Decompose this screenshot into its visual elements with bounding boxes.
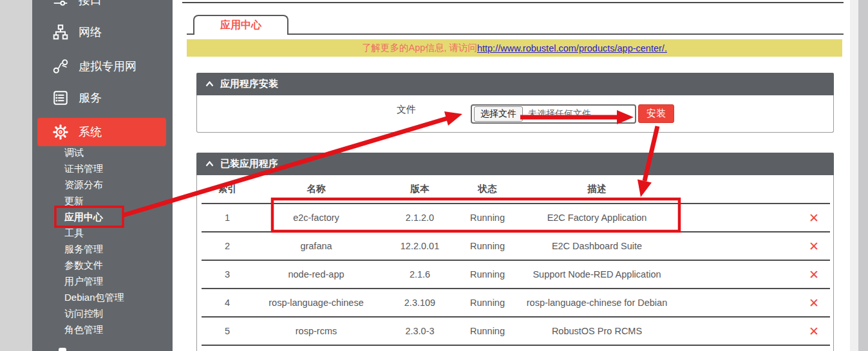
cell-index: 1 [202,204,253,232]
cell-spacer [679,204,798,232]
col-name: 名称 [253,175,379,204]
cell-status: Running [460,317,514,345]
cropped-menu-icon [59,348,66,351]
cell-description: RobustOS Pro RCMS [514,317,679,345]
table-header-row: 索引 名称 版本 状态 描述 [202,175,830,204]
delete-app-icon[interactable]: ✕ [798,317,830,345]
cell-index: 4 [202,289,253,317]
sidebar-subitem-role-mgmt[interactable]: 角色管理 [64,324,103,336]
sidebar-item-label: 系统 [79,124,102,140]
tab-label: 应用中心 [220,19,261,32]
table-row: 1 e2c-factory 2.1.2.0 Running E2C Factor… [202,204,830,232]
file-input[interactable]: 选择文件 未选择任何文件 [471,104,636,124]
sidebar: 接口 网络 虚拟专用网 服务 [32,0,173,351]
apps-panel-header[interactable]: 已装应用程序 [196,153,834,175]
cell-description: E2C Factory Application [514,204,679,232]
choose-file-button[interactable]: 选择文件 [474,106,523,122]
cell-description: Support Node-RED Application [514,260,679,289]
cell-description: rosp-language-chinese for Debian [514,289,679,317]
cell-name: e2c-factory [253,204,379,232]
sidebar-item-interface[interactable]: 接口 [32,0,173,14]
sidebar-item-label: 虚拟专用网 [79,59,137,74]
sidebar-subitem-debug[interactable]: 调试 [64,147,84,158]
table-row: 4 rosp-language-chinese 2.3.109 Running … [202,289,830,317]
file-field-label: 文件 [287,104,416,116]
table-row: 5 rosp-rcms 2.3.0-3 Running RobustOS Pro… [202,317,830,345]
sidebar-subitem-profile[interactable]: 参数文件 [64,260,103,271]
installed-apps-table: 索引 名称 版本 状态 描述 1 e2c-factory 2.1.2.0 Run… [202,175,830,346]
cell-spacer [679,289,798,317]
sidebar-subitem-resources[interactable]: 资源分布 [64,179,103,191]
cell-name: grafana [253,232,379,260]
cell-spacer [679,232,798,260]
table-row: 2 grafana 12.2.0.01 Running E2C Dashboar… [202,232,830,260]
no-file-selected-text: 未选择任何文件 [528,108,591,120]
col-description: 描述 [514,175,679,204]
gear-icon [52,124,69,140]
notice-text: 了解更多的App信息, 请访问 [362,42,477,54]
sidebar-subitem-tools[interactable]: 工具 [64,227,84,239]
sidebar-item-system[interactable]: 系统 [37,118,166,146]
sidebar-subitem-service-mgmt[interactable]: 服务管理 [64,243,103,255]
delete-app-icon[interactable]: ✕ [798,289,830,317]
col-actions [798,175,830,204]
cell-status: Running [460,204,514,232]
vpn-icon [52,58,69,75]
delete-app-icon[interactable]: ✕ [798,204,830,232]
col-version: 版本 [379,175,460,204]
app-center-link[interactable]: http://www.robustel.com/products/app-cen… [477,43,667,53]
cell-version: 2.1.2.0 [379,204,460,232]
delete-app-icon[interactable]: ✕ [798,232,830,260]
sidebar-subitem-user-mgmt[interactable]: 用户管理 [64,276,103,287]
cell-version: 2.3.0-3 [379,317,460,345]
cell-index: 3 [202,260,253,289]
delete-app-icon[interactable]: ✕ [798,260,830,289]
cell-index: 5 [202,317,253,345]
install-button[interactable]: 安装 [638,104,674,123]
sliders-icon [52,0,69,8]
cell-status: Running [460,289,514,317]
cell-name: node-red-app [253,260,379,289]
cell-version: 2.3.109 [379,289,460,317]
cell-spacer [679,317,798,345]
collapse-chevron-icon [205,161,214,167]
scrollbar-track[interactable] [850,0,868,351]
window-edge-strip [0,0,32,351]
notice-banner: 了解更多的App信息, 请访问http://www.robustel.com/p… [187,39,842,57]
sidebar-subitem-access-control[interactable]: 访问控制 [64,308,103,319]
col-status: 状态 [460,175,514,204]
sidebar-item-label: 网络 [79,24,102,40]
cell-description: E2C Dashboard Suite [514,232,679,260]
install-panel-title: 应用程序安装 [220,78,278,90]
install-panel-body: 文件 选择文件 未选择任何文件 安装 [196,95,834,133]
top-divider [182,2,844,3]
install-panel-header[interactable]: 应用程序安装 [196,73,834,95]
cell-name: rosp-rcms [253,317,379,345]
apps-panel-title: 已装应用程序 [220,158,278,170]
sidebar-item-label: 接口 [79,0,102,8]
network-icon [52,24,69,41]
cell-status: Running [460,232,514,260]
cell-version: 12.2.0.01 [379,232,460,260]
sidebar-item-vpn[interactable]: 虚拟专用网 [32,52,173,81]
cell-status: Running [460,260,514,289]
sidebar-subitem-app-center[interactable]: 应用中心 [64,211,103,223]
list-icon [52,90,69,106]
tab-app-center[interactable]: 应用中心 [193,15,288,35]
sidebar-item-label: 服务 [79,90,102,106]
collapse-chevron-icon [205,81,214,87]
cell-name: rosp-language-chinese [253,289,379,317]
cell-index: 2 [202,232,253,260]
sidebar-item-network[interactable]: 网络 [32,18,173,46]
scrollbar-thumb[interactable] [858,0,868,351]
sidebar-subitem-update[interactable]: 更新 [64,195,84,207]
col-index: 索引 [202,175,253,204]
sidebar-subitem-certificates[interactable]: 证书管理 [64,163,103,175]
col-spacer [679,175,798,204]
sidebar-item-services[interactable]: 服务 [32,84,173,112]
apps-panel-body: 索引 名称 版本 状态 描述 1 e2c-factory 2.1.2.0 Run… [196,175,834,351]
sidebar-subitem-debian-pkg[interactable]: Debian包管理 [64,292,124,303]
table-row: 3 node-red-app 2.1.6 Running Support Nod… [202,260,830,289]
cell-spacer [679,260,798,289]
cell-version: 2.1.6 [379,260,460,289]
